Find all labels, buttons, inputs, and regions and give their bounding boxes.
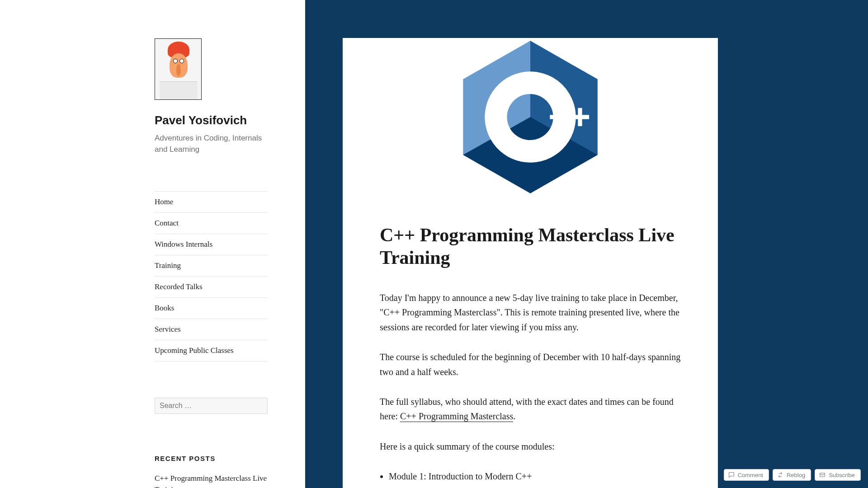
post-p3-post: . [513, 411, 515, 421]
module-item: Module 1: Introduction to Modern C++ [389, 469, 681, 483]
site-title: Pavel Yosifovich [155, 113, 268, 127]
nav-windows-internals[interactable]: Windows Internals [155, 234, 268, 255]
nav-upcoming-classes[interactable]: Upcoming Public Classes [155, 340, 268, 361]
svg-rect-4 [550, 115, 568, 119]
nav-home[interactable]: Home [155, 192, 268, 213]
subscribe-label: Subscribe [829, 472, 855, 479]
cpp-logo-icon [460, 38, 600, 196]
sidebar: Pavel Yosifovich Adventures in Coding, I… [155, 38, 268, 488]
comment-label: Comment [738, 472, 763, 479]
reblog-button[interactable]: Reblog [773, 469, 811, 481]
avatar-eye-left [173, 59, 178, 63]
subscribe-button[interactable]: Subscribe [815, 469, 861, 481]
nav-recorded-talks[interactable]: Recorded Talks [155, 277, 268, 298]
comment-button[interactable]: Comment [724, 469, 769, 481]
recent-posts-heading: RECENT POSTS [155, 455, 268, 462]
action-bar: Comment Reblog Subscribe [724, 469, 861, 481]
nav-training[interactable]: Training [155, 255, 268, 277]
nav-contact[interactable]: Contact [155, 213, 268, 234]
syllabus-link[interactable]: C++ Programming Masterclass [400, 411, 513, 422]
recent-posts-list: C++ Programming Masterclass Live Trainin… [155, 473, 268, 488]
post-paragraph-2: The course is scheduled for the beginnin… [380, 350, 681, 379]
avatar-coat [160, 81, 198, 99]
post-title: C++ Programming Masterclass Live Trainin… [380, 224, 681, 269]
nav-services[interactable]: Services [155, 319, 268, 340]
module-item: Module 2: C++ Fundamentals [389, 487, 681, 488]
reblog-icon [777, 471, 784, 479]
post-body: Today I'm happy to announce a new 5-day … [380, 291, 681, 454]
reblog-label: Reblog [787, 472, 805, 479]
avatar[interactable] [155, 38, 202, 100]
search-input[interactable] [155, 398, 268, 414]
svg-rect-6 [571, 115, 589, 119]
module-list: Module 1: Introduction to Modern C++ Mod… [380, 469, 681, 488]
site-title-link[interactable]: Pavel Yosifovich [155, 113, 247, 127]
nav-books[interactable]: Books [155, 298, 268, 319]
post-paragraph-3: The full syllabus, who should attend, wi… [380, 394, 681, 424]
recent-post-item: C++ Programming Masterclass Live Trainin… [155, 473, 268, 488]
svg-rect-7 [820, 473, 825, 477]
canvas: Pavel Yosifovich Adventures in Coding, I… [0, 0, 868, 488]
avatar-eye-right [179, 59, 184, 63]
primary-nav: Home Contact Windows Internals Training … [155, 191, 268, 361]
post-paragraph-1: Today I'm happy to announce a new 5-day … [380, 291, 681, 334]
comment-icon [728, 471, 735, 479]
search-box [155, 398, 268, 414]
recent-post-link-0[interactable]: C++ Programming Masterclass Live Trainin… [155, 474, 267, 488]
hero-image [343, 38, 718, 196]
site-tagline: Adventures in Coding, Internals and Lear… [155, 133, 268, 155]
page-root: Pavel Yosifovich Adventures in Coding, I… [0, 0, 868, 488]
post-paragraph-4: Here is a quick summary of the course mo… [380, 439, 681, 454]
subscribe-icon [819, 471, 826, 479]
avatar-nose [176, 64, 181, 76]
article-card: C++ Programming Masterclass Live Trainin… [343, 38, 718, 488]
